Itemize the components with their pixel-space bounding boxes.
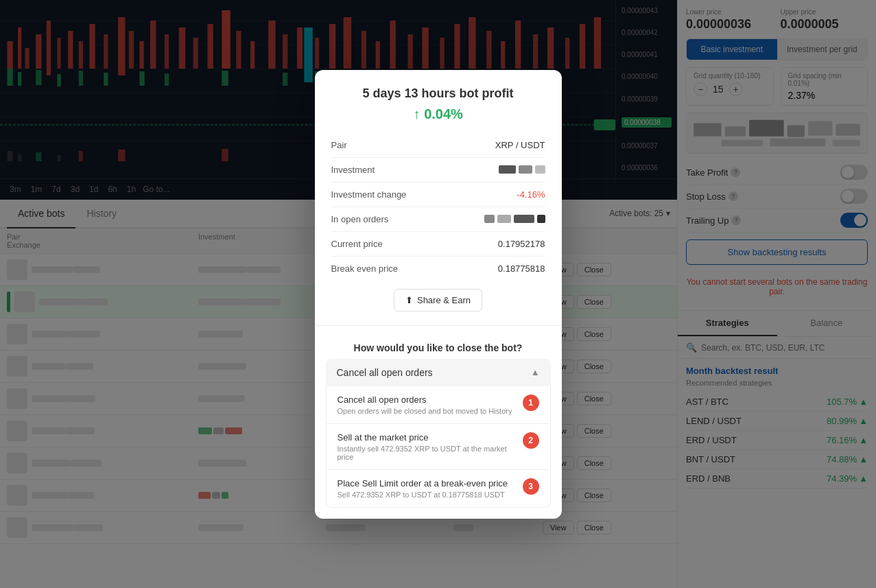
modal-row-pair: Pair XRP / USDT — [331, 133, 545, 158]
modal-row-current-price: Current price 0.17952178 — [331, 232, 545, 257]
share-icon: ⬆ — [405, 295, 413, 305]
close-option-header[interactable]: Cancel all open orders ▲ — [326, 359, 551, 386]
option-badge-3: 3 — [523, 478, 539, 495]
close-bot-modal: 5 days 13 hours bot profit ↑ 0.04% Pair … — [315, 70, 562, 519]
modal-overlay[interactable]: 5 days 13 hours bot profit ↑ 0.04% Pair … — [0, 0, 876, 588]
chevron-up-icon: ▲ — [531, 367, 540, 377]
modal-profit: ↑ 0.04% — [331, 106, 545, 122]
close-option-2[interactable]: Sell at the market price Instantly sell … — [326, 424, 551, 470]
share-earn-button[interactable]: ⬆ Share & Earn — [394, 289, 482, 311]
option-badge-1: 1 — [523, 395, 539, 411]
modal-row-open-orders: In open orders — [331, 207, 545, 232]
modal-title: 5 days 13 hours bot profit — [331, 86, 545, 101]
close-question: How would you like to close the bot? — [315, 331, 562, 359]
modal-row-investment: Investment — [331, 158, 545, 183]
modal-row-investment-change: Investment change -4.16% — [331, 183, 545, 207]
modal-row-break-even: Break even price 0.18775818 — [331, 257, 545, 281]
option-badge-2: 2 — [523, 432, 539, 449]
close-option-1[interactable]: Cancel all open orders Open orders will … — [326, 386, 551, 424]
close-option-3[interactable]: Place Sell Limit order at a break-even p… — [326, 470, 551, 508]
